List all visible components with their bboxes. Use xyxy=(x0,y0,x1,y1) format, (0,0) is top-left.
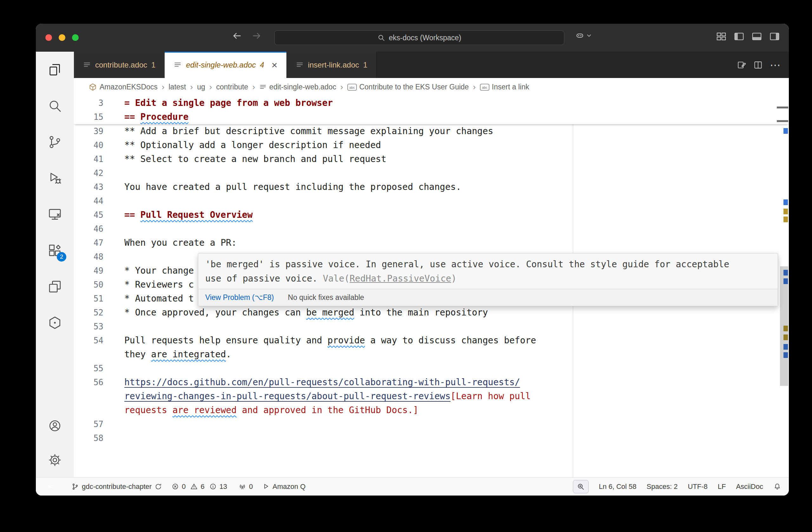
open-changes-icon[interactable] xyxy=(737,60,746,70)
notifications-bell-icon[interactable] xyxy=(773,483,781,490)
breadcrumb-item-symbol[interactable]: abc Contribute to the EKS User Guide xyxy=(347,83,469,91)
overview-ruler-mark xyxy=(783,217,788,222)
explorer-icon[interactable] xyxy=(36,52,74,88)
code-row[interactable]: 53 xyxy=(74,320,789,334)
code-row[interactable]: 43You have created a pull request includ… xyxy=(74,180,789,194)
extensions-icon[interactable]: 2 xyxy=(36,232,74,268)
remote-indicator[interactable]: >< xyxy=(36,477,63,496)
code-row[interactable]: 15== Procedure xyxy=(74,110,789,124)
breadcrumb-separator: › xyxy=(189,82,194,92)
line-number: 42 xyxy=(74,166,103,180)
code-row[interactable]: they are integrated. xyxy=(74,348,789,361)
line-number: 49 xyxy=(74,264,103,278)
code-row[interactable]: 52* Once approved, your changes can be m… xyxy=(74,306,789,320)
scrollbar-thumb[interactable] xyxy=(780,266,788,386)
code-row[interactable]: 57 xyxy=(74,417,789,431)
hexagon-extension-icon[interactable] xyxy=(36,305,74,341)
breadcrumb-separator: › xyxy=(208,82,213,92)
indentation-indicator[interactable]: Spaces: 2 xyxy=(647,483,678,491)
line-number: 44 xyxy=(74,194,103,208)
remote-explorer-icon[interactable] xyxy=(36,196,74,232)
code-row[interactable]: 3= Edit a single page from a web browser xyxy=(74,96,789,110)
toggle-panel-icon[interactable] xyxy=(751,32,762,42)
customize-layout-icon[interactable] xyxy=(716,32,727,42)
amazon-q-indicator[interactable]: Amazon Q xyxy=(262,483,305,491)
breadcrumb-item-file[interactable]: edit-single-web.adoc xyxy=(259,83,336,91)
editor-actions: ⋯ xyxy=(737,52,789,78)
workspaces-icon[interactable] xyxy=(36,268,74,305)
line-number: 56 xyxy=(74,375,103,389)
line-number: 45 xyxy=(74,208,103,222)
code-row[interactable]: 41** Select to create a new branch and p… xyxy=(74,152,789,166)
encoding-indicator[interactable]: UTF-8 xyxy=(688,483,707,491)
branch-indicator[interactable]: gdc-contribute-chapter xyxy=(71,483,162,491)
breadcrumb-item-symbol[interactable]: abc Insert a link xyxy=(480,83,530,91)
tab-edit-single-web-adoc[interactable]: edit-single-web.adoc 4 × xyxy=(165,52,287,78)
tab-insert-link-adoc[interactable]: insert-link.adoc 1 xyxy=(287,52,377,78)
forward-icon[interactable] xyxy=(251,31,262,41)
editor[interactable]: 3= Edit a single page from a web browser… xyxy=(74,96,789,477)
breadcrumb-item-root[interactable]: AmazonEKSDocs xyxy=(88,83,158,91)
split-editor-icon[interactable] xyxy=(753,60,763,70)
vale-rule-link[interactable]: RedHat.PassiveVoice xyxy=(350,273,451,284)
run-and-debug-icon[interactable] xyxy=(36,160,74,196)
view-problem-link[interactable]: View Problem (⌥F8) xyxy=(205,293,274,302)
line-number: 41 xyxy=(74,152,103,166)
line-number: 54 xyxy=(74,334,103,348)
code-row[interactable]: 39** Add a brief but descriptive commit … xyxy=(74,124,789,138)
bread crumb-item[interactable]: ug xyxy=(197,83,205,91)
code-row[interactable]: requests are reviewed and approved in th… xyxy=(74,403,789,417)
search-icon xyxy=(377,34,385,42)
activity-bottom xyxy=(36,409,74,477)
line-number: 15 xyxy=(74,110,103,124)
overview-ruler-mark xyxy=(783,200,788,205)
settings-gear-icon[interactable] xyxy=(36,443,74,477)
code-row[interactable]: 44 xyxy=(74,194,789,208)
line-number: 40 xyxy=(74,138,103,152)
back-icon[interactable] xyxy=(232,31,242,41)
minimize-window-button[interactable] xyxy=(59,34,66,41)
code-row[interactable]: 58 xyxy=(74,431,789,445)
hover-actions: View Problem (⌥F8) No quick fixes availa… xyxy=(198,289,778,306)
activity-bar: 2 xyxy=(36,52,74,477)
close-window-button[interactable] xyxy=(45,34,52,41)
cursor-position-indicator[interactable]: Ln 6, Col 58 xyxy=(599,483,637,491)
ports-indicator[interactable]: 0 xyxy=(238,483,253,491)
tab-contribute-adoc[interactable]: contribute.adoc 1 xyxy=(74,52,165,78)
code-row[interactable]: 54Pull requests help ensure quality and … xyxy=(74,334,789,348)
line-number xyxy=(74,403,103,417)
code-row[interactable]: 47When you create a PR: xyxy=(74,236,789,250)
copilot-menu[interactable] xyxy=(575,31,592,40)
code-row[interactable]: 45== Pull Request Overview xyxy=(74,208,789,222)
code-row[interactable]: 46 xyxy=(74,222,789,236)
more-actions-icon[interactable]: ⋯ xyxy=(770,60,781,70)
source-control-icon[interactable] xyxy=(36,124,74,160)
sticky-scroll[interactable]: 3= Edit a single page from a web browser… xyxy=(74,96,789,124)
search-icon[interactable] xyxy=(36,88,74,124)
maximize-window-button[interactable] xyxy=(72,34,79,41)
code-row[interactable]: 56https://docs.github.com/en/pull-reques… xyxy=(74,375,789,389)
breadcrumb-item[interactable]: latest xyxy=(169,83,186,91)
code-row[interactable]: 42 xyxy=(74,166,789,180)
screen: eks-docs (Workspace) xyxy=(0,0,812,532)
adoc-file-icon xyxy=(295,61,304,69)
problems-indicator[interactable]: 0 6 13 xyxy=(172,483,229,491)
tab-label: insert-link.adoc xyxy=(308,61,359,70)
zoom-indicator[interactable] xyxy=(573,480,589,493)
code-row[interactable]: 55 xyxy=(74,361,789,375)
hover-message: 'be merged' is passive voice. In general… xyxy=(198,253,778,289)
breadcrumb-item[interactable]: contribute xyxy=(216,83,248,91)
eol-indicator[interactable]: LF xyxy=(718,483,726,491)
code-row[interactable]: reviewing-changes-in-pull-requests/about… xyxy=(74,389,789,403)
accounts-icon[interactable] xyxy=(36,409,74,443)
breadcrumb-separator: › xyxy=(472,82,477,92)
minimap-dash xyxy=(777,120,788,122)
adoc-file-icon xyxy=(83,61,91,69)
command-center-search[interactable]: eks-docs (Workspace) xyxy=(274,30,564,45)
language-mode-indicator[interactable]: AsciiDoc xyxy=(736,483,763,491)
close-icon[interactable]: × xyxy=(272,60,277,70)
line-number: 58 xyxy=(74,431,103,445)
toggle-secondary-sidebar-icon[interactable] xyxy=(769,32,780,42)
code-row[interactable]: 40** Optionally add a longer description… xyxy=(74,138,789,152)
toggle-primary-sidebar-icon[interactable] xyxy=(734,32,744,42)
